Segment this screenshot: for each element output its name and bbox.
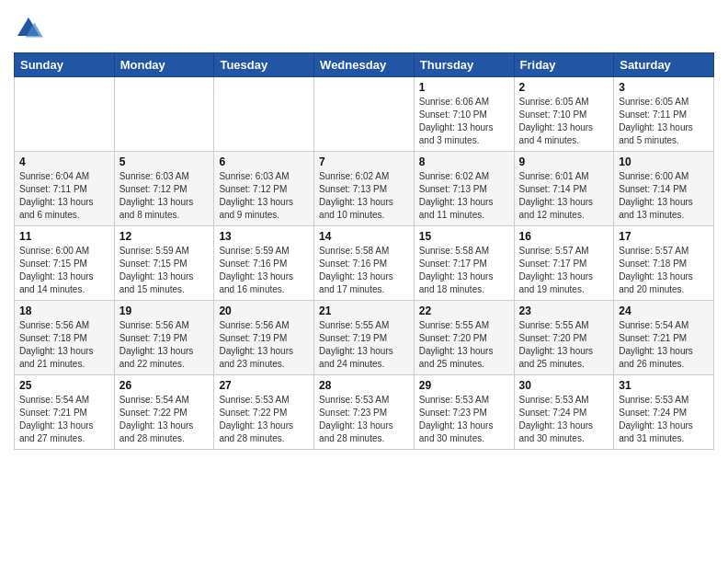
day-info: Sunrise: 5:55 AM Sunset: 7:20 PM Dayligh… xyxy=(519,319,609,371)
day-number: 27 xyxy=(219,379,309,392)
calendar-cell: 30Sunrise: 5:53 AM Sunset: 7:24 PM Dayli… xyxy=(514,375,614,450)
day-number: 4 xyxy=(19,155,109,168)
weekday-monday: Monday xyxy=(114,53,214,77)
week-row-2: 4Sunrise: 6:04 AM Sunset: 7:11 PM Daylig… xyxy=(15,152,714,226)
day-info: Sunrise: 6:03 AM Sunset: 7:12 PM Dayligh… xyxy=(219,170,309,222)
day-number: 7 xyxy=(319,155,409,168)
day-number: 20 xyxy=(219,304,309,317)
day-number: 16 xyxy=(519,230,609,243)
day-number: 11 xyxy=(19,230,109,243)
calendar-cell xyxy=(15,77,115,152)
day-info: Sunrise: 6:00 AM Sunset: 7:15 PM Dayligh… xyxy=(19,245,109,296)
day-info: Sunrise: 5:55 AM Sunset: 7:19 PM Dayligh… xyxy=(319,319,409,371)
calendar-cell: 10Sunrise: 6:00 AM Sunset: 7:14 PM Dayli… xyxy=(614,152,714,226)
day-info: Sunrise: 5:53 AM Sunset: 7:23 PM Dayligh… xyxy=(419,394,509,445)
calendar-cell: 24Sunrise: 5:54 AM Sunset: 7:21 PM Dayli… xyxy=(614,301,714,375)
day-info: Sunrise: 5:53 AM Sunset: 7:22 PM Dayligh… xyxy=(219,394,309,445)
day-info: Sunrise: 6:06 AM Sunset: 7:10 PM Dayligh… xyxy=(419,96,509,147)
day-number: 28 xyxy=(319,379,409,392)
calendar-cell xyxy=(214,77,314,152)
day-number: 5 xyxy=(119,155,210,168)
day-number: 6 xyxy=(219,155,309,168)
calendar-cell: 29Sunrise: 5:53 AM Sunset: 7:23 PM Dayli… xyxy=(414,375,514,450)
day-info: Sunrise: 5:53 AM Sunset: 7:24 PM Dayligh… xyxy=(619,394,709,445)
day-info: Sunrise: 6:00 AM Sunset: 7:14 PM Dayligh… xyxy=(619,170,709,222)
calendar-cell: 13Sunrise: 5:59 AM Sunset: 7:16 PM Dayli… xyxy=(214,226,314,301)
calendar-cell: 5Sunrise: 6:03 AM Sunset: 7:12 PM Daylig… xyxy=(114,152,214,226)
day-number: 2 xyxy=(519,81,609,94)
day-number: 18 xyxy=(19,304,109,317)
day-number: 3 xyxy=(619,81,709,94)
calendar-cell: 3Sunrise: 6:05 AM Sunset: 7:11 PM Daylig… xyxy=(614,77,714,152)
day-info: Sunrise: 6:03 AM Sunset: 7:12 PM Dayligh… xyxy=(119,170,210,222)
calendar-cell: 26Sunrise: 5:54 AM Sunset: 7:22 PM Dayli… xyxy=(114,375,214,450)
calendar-cell: 27Sunrise: 5:53 AM Sunset: 7:22 PM Dayli… xyxy=(214,375,314,450)
weekday-header-row: SundayMondayTuesdayWednesdayThursdayFrid… xyxy=(15,53,714,77)
calendar-cell: 9Sunrise: 6:01 AM Sunset: 7:14 PM Daylig… xyxy=(514,152,614,226)
calendar-cell: 25Sunrise: 5:54 AM Sunset: 7:21 PM Dayli… xyxy=(15,375,115,450)
calendar-cell: 8Sunrise: 6:02 AM Sunset: 7:13 PM Daylig… xyxy=(414,152,514,226)
calendar-cell: 19Sunrise: 5:56 AM Sunset: 7:19 PM Dayli… xyxy=(114,301,214,375)
day-info: Sunrise: 6:02 AM Sunset: 7:13 PM Dayligh… xyxy=(419,170,509,222)
day-info: Sunrise: 5:59 AM Sunset: 7:15 PM Dayligh… xyxy=(119,245,210,296)
day-info: Sunrise: 6:01 AM Sunset: 7:14 PM Dayligh… xyxy=(519,170,609,222)
day-info: Sunrise: 5:54 AM Sunset: 7:21 PM Dayligh… xyxy=(619,319,709,371)
calendar-cell: 20Sunrise: 5:56 AM Sunset: 7:19 PM Dayli… xyxy=(214,301,314,375)
day-number: 23 xyxy=(519,304,609,317)
weekday-friday: Friday xyxy=(514,53,614,77)
calendar-cell: 21Sunrise: 5:55 AM Sunset: 7:19 PM Dayli… xyxy=(314,301,415,375)
calendar-cell: 7Sunrise: 6:02 AM Sunset: 7:13 PM Daylig… xyxy=(314,152,415,226)
weekday-saturday: Saturday xyxy=(614,53,714,77)
day-info: Sunrise: 5:56 AM Sunset: 7:19 PM Dayligh… xyxy=(219,319,309,371)
day-number: 24 xyxy=(619,304,709,317)
day-number: 21 xyxy=(319,304,409,317)
calendar-cell: 2Sunrise: 6:05 AM Sunset: 7:10 PM Daylig… xyxy=(514,77,614,152)
calendar-cell: 4Sunrise: 6:04 AM Sunset: 7:11 PM Daylig… xyxy=(15,152,115,226)
calendar-cell: 15Sunrise: 5:58 AM Sunset: 7:17 PM Dayli… xyxy=(414,226,514,301)
day-number: 9 xyxy=(519,155,609,168)
day-number: 25 xyxy=(19,379,109,392)
week-row-5: 25Sunrise: 5:54 AM Sunset: 7:21 PM Dayli… xyxy=(15,375,714,450)
calendar-cell: 12Sunrise: 5:59 AM Sunset: 7:15 PM Dayli… xyxy=(114,226,214,301)
calendar-cell: 16Sunrise: 5:57 AM Sunset: 7:17 PM Dayli… xyxy=(514,226,614,301)
calendar-cell: 14Sunrise: 5:58 AM Sunset: 7:16 PM Dayli… xyxy=(314,226,415,301)
day-number: 22 xyxy=(419,304,509,317)
day-info: Sunrise: 6:04 AM Sunset: 7:11 PM Dayligh… xyxy=(19,170,109,222)
day-info: Sunrise: 6:05 AM Sunset: 7:10 PM Dayligh… xyxy=(519,96,609,147)
day-number: 13 xyxy=(219,230,309,243)
day-info: Sunrise: 5:53 AM Sunset: 7:23 PM Dayligh… xyxy=(319,394,409,445)
week-row-4: 18Sunrise: 5:56 AM Sunset: 7:18 PM Dayli… xyxy=(15,301,714,375)
logo-icon xyxy=(14,14,43,43)
weekday-tuesday: Tuesday xyxy=(214,53,314,77)
day-info: Sunrise: 5:54 AM Sunset: 7:21 PM Dayligh… xyxy=(19,394,109,445)
calendar-cell: 31Sunrise: 5:53 AM Sunset: 7:24 PM Dayli… xyxy=(614,375,714,450)
day-info: Sunrise: 6:02 AM Sunset: 7:13 PM Dayligh… xyxy=(319,170,409,222)
day-number: 26 xyxy=(119,379,210,392)
calendar-cell xyxy=(114,77,214,152)
day-info: Sunrise: 5:54 AM Sunset: 7:22 PM Dayligh… xyxy=(119,394,210,445)
day-info: Sunrise: 5:56 AM Sunset: 7:19 PM Dayligh… xyxy=(119,319,210,371)
day-number: 29 xyxy=(419,379,509,392)
calendar-cell: 6Sunrise: 6:03 AM Sunset: 7:12 PM Daylig… xyxy=(214,152,314,226)
week-row-1: 1Sunrise: 6:06 AM Sunset: 7:10 PM Daylig… xyxy=(15,77,714,152)
day-info: Sunrise: 6:05 AM Sunset: 7:11 PM Dayligh… xyxy=(619,96,709,147)
day-number: 14 xyxy=(319,230,409,243)
day-info: Sunrise: 5:56 AM Sunset: 7:18 PM Dayligh… xyxy=(19,319,109,371)
weekday-thursday: Thursday xyxy=(414,53,514,77)
calendar-cell: 17Sunrise: 5:57 AM Sunset: 7:18 PM Dayli… xyxy=(614,226,714,301)
day-info: Sunrise: 5:58 AM Sunset: 7:17 PM Dayligh… xyxy=(419,245,509,296)
calendar-cell: 23Sunrise: 5:55 AM Sunset: 7:20 PM Dayli… xyxy=(514,301,614,375)
page-header xyxy=(14,14,714,43)
calendar-cell: 18Sunrise: 5:56 AM Sunset: 7:18 PM Dayli… xyxy=(15,301,115,375)
day-number: 12 xyxy=(119,230,210,243)
day-info: Sunrise: 5:57 AM Sunset: 7:17 PM Dayligh… xyxy=(519,245,609,296)
weekday-wednesday: Wednesday xyxy=(314,53,415,77)
day-number: 17 xyxy=(619,230,709,243)
day-info: Sunrise: 5:58 AM Sunset: 7:16 PM Dayligh… xyxy=(319,245,409,296)
weekday-sunday: Sunday xyxy=(15,53,115,77)
day-number: 15 xyxy=(419,230,509,243)
day-number: 31 xyxy=(619,379,709,392)
day-info: Sunrise: 5:59 AM Sunset: 7:16 PM Dayligh… xyxy=(219,245,309,296)
week-row-3: 11Sunrise: 6:00 AM Sunset: 7:15 PM Dayli… xyxy=(15,226,714,301)
calendar-cell: 28Sunrise: 5:53 AM Sunset: 7:23 PM Dayli… xyxy=(314,375,415,450)
